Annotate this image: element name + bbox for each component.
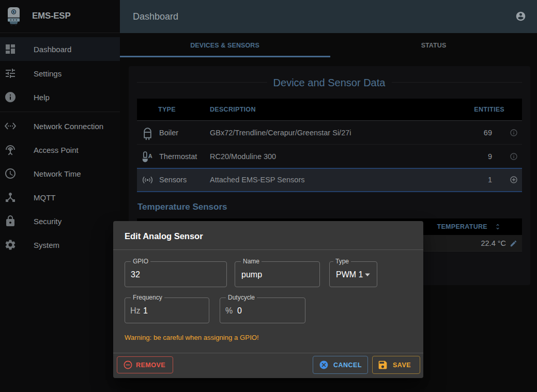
svg-text:A: A [148, 152, 152, 159]
